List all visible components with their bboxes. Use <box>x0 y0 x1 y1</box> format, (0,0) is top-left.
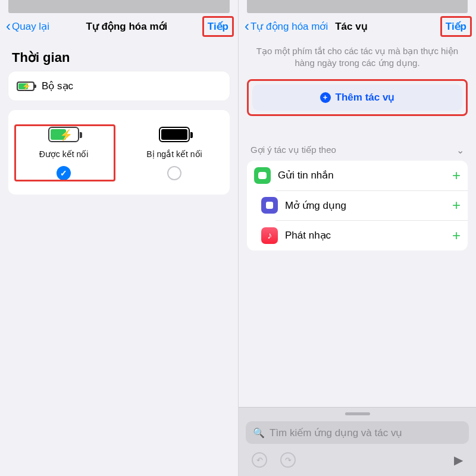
bottom-sheet: 🔍 Tìm kiếm ứng dụng và tác vụ ↶ ↷ ▶ <box>239 407 476 476</box>
next-button[interactable]: Tiếp <box>446 21 466 32</box>
battery-full-icon <box>159 127 190 142</box>
add-action-button[interactable]: + Thêm tác vụ <box>252 84 462 111</box>
grabber-handle[interactable] <box>345 412 370 415</box>
back-button[interactable]: ‹ Quay lại <box>6 19 49 33</box>
undo-button[interactable]: ↶ <box>252 452 267 468</box>
choice-connected-label: Được kết nối <box>39 149 89 159</box>
add-icon[interactable]: + <box>452 197 461 214</box>
connection-choice-card: ⚡ Được kết nối ✓ Bị ngắt kết nối <box>8 110 230 195</box>
battery-charging-icon: ⚡ <box>17 82 35 91</box>
toolbar: ↶ ↷ ▶ <box>239 449 476 474</box>
suggestions-header-label: Gợi ý tác vụ tiếp theo <box>250 145 336 155</box>
search-field[interactable]: 🔍 Tìm kiếm ứng dụng và tác vụ <box>246 421 469 444</box>
back-button[interactable]: ‹ Tự động hóa mới <box>245 18 328 35</box>
highlight-next: Tiếp <box>202 16 234 37</box>
description-text: Tạo một phím tắt cho các tác vụ mà bạn t… <box>239 39 476 79</box>
open-app-icon <box>261 197 278 214</box>
choice-disconnected-label: Bị ngắt kết nối <box>146 149 202 159</box>
screen-actions: ‹ Tự động hóa mới Tác vụ Tiếp Tạo một ph… <box>238 0 476 476</box>
choice-connected[interactable]: ⚡ Được kết nối ✓ <box>8 122 119 184</box>
plus-circle-icon: + <box>320 92 331 103</box>
radio-checked-icon: ✓ <box>57 166 71 180</box>
chevron-left-icon: ‹ <box>6 19 11 33</box>
back-label: Quay lại <box>12 20 49 33</box>
add-icon[interactable]: + <box>452 167 461 184</box>
suggestions-list: Gửi tin nhắn + Mở ứng dụng + Phát nhạc + <box>247 161 468 250</box>
suggestion-label: Gửi tin nhắn <box>278 169 445 181</box>
status-bar <box>8 0 230 13</box>
nav-title: Tự động hóa mới <box>49 20 204 33</box>
highlight-add-action: + Thêm tác vụ <box>247 79 468 116</box>
suggestion-open-app[interactable]: Mở ứng dụng + <box>247 190 468 220</box>
redo-button[interactable]: ↷ <box>280 452 296 468</box>
radio-empty-icon <box>167 166 181 180</box>
suggestion-send-message[interactable]: Gửi tin nhắn + <box>247 161 468 190</box>
nav-title: Tác vụ <box>335 20 367 33</box>
suggestion-label: Phát nhạc <box>285 229 445 242</box>
section-title-time: Thời gian <box>0 39 238 71</box>
nav-bar: ‹ Quay lại Tự động hóa mới Tiếp <box>0 13 238 39</box>
next-button[interactable]: Tiếp <box>208 21 228 32</box>
chevron-left-icon: ‹ <box>245 18 249 35</box>
nav-bar: ‹ Tự động hóa mới Tác vụ Tiếp <box>239 13 476 39</box>
charger-label: Bộ sạc <box>42 80 73 92</box>
suggestion-play-music[interactable]: Phát nhạc + <box>247 221 468 250</box>
run-button[interactable]: ▶ <box>454 453 463 467</box>
messages-app-icon <box>254 167 271 184</box>
charger-card[interactable]: ⚡ Bộ sạc <box>8 71 230 101</box>
search-icon: 🔍 <box>253 427 265 439</box>
add-action-label: Thêm tác vụ <box>336 91 395 104</box>
suggestions-header[interactable]: Gợi ý tác vụ tiếp theo ⌄ <box>239 116 476 161</box>
screen-automation-trigger: ‹ Quay lại Tự động hóa mới Tiếp Thời gia… <box>0 0 238 476</box>
battery-connected-icon: ⚡ <box>48 127 79 142</box>
suggestion-label: Mở ứng dụng <box>285 199 445 212</box>
choice-disconnected[interactable]: Bị ngắt kết nối <box>119 122 230 184</box>
chevron-down-icon: ⌄ <box>456 145 464 156</box>
back-label: Tự động hóa mới <box>250 20 328 33</box>
search-placeholder: Tìm kiếm ứng dụng và tác vụ <box>270 427 402 439</box>
music-app-icon <box>261 227 278 244</box>
highlight-next: Tiếp <box>440 16 472 37</box>
add-icon[interactable]: + <box>452 227 461 244</box>
status-bar <box>247 0 468 13</box>
